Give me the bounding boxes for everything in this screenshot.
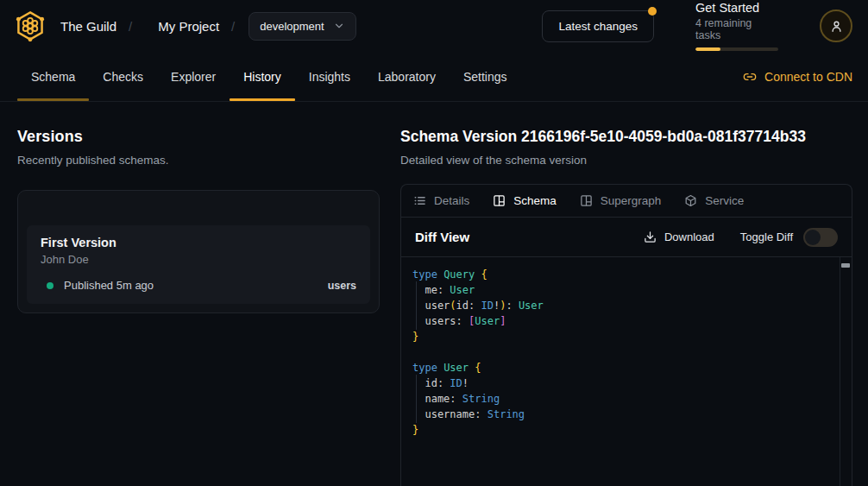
tab-underline: [295, 98, 364, 101]
tab-label: History: [243, 70, 281, 84]
tab-underline: [230, 98, 295, 101]
detail-tab-schema[interactable]: Schema: [493, 194, 557, 207]
scrollbar-thumb[interactable]: [841, 263, 850, 268]
main-nav: Schema Checks Explorer History Insights …: [0, 52, 868, 102]
version-meta-row: Published 5m ago users: [41, 279, 356, 292]
schema-version-subtitle: Detailed view of the schema version: [400, 154, 852, 167]
detail-tabbar: Details Schema Sup: [401, 185, 852, 218]
tab-label: Checks: [103, 70, 143, 84]
tab-history[interactable]: History: [230, 52, 295, 101]
tab-underline: [364, 98, 450, 101]
diff-view-header: Diff View Download Toggle Diff: [401, 218, 852, 257]
download-icon: [644, 230, 657, 243]
cdn-link-label: Connect to CDN: [764, 70, 852, 84]
version-author: John Doe: [41, 253, 356, 266]
notification-dot: [648, 7, 657, 16]
latest-changes-button[interactable]: Latest changes: [542, 10, 654, 42]
tab-explorer[interactable]: Explorer: [157, 52, 230, 101]
download-button[interactable]: Download: [644, 230, 714, 243]
cube-icon: [684, 194, 697, 207]
latest-changes-label: Latest changes: [558, 20, 638, 33]
app-header: The Guild / My Project / development Lat…: [0, 0, 868, 52]
get-started-subtitle: 4 remaining tasks: [695, 17, 778, 41]
schema-panel: Details Schema Sup: [400, 184, 852, 486]
detail-tab-label: Supergraph: [601, 194, 662, 207]
versions-list: First Version John Doe Published 5m ago …: [17, 190, 380, 313]
breadcrumb-project[interactable]: My Project: [158, 19, 219, 34]
schema-version-title: Schema Version 2166196f-5e10-4059-bd0a-0…: [400, 128, 852, 146]
get-started-progress: [695, 47, 778, 51]
get-started-widget[interactable]: Get Started 4 remaining tasks: [695, 1, 778, 51]
versions-title: Versions: [17, 128, 400, 146]
toggle-diff-label: Toggle Diff: [740, 230, 793, 243]
tab-insights[interactable]: Insights: [295, 52, 364, 101]
detail-tab-label: Schema: [513, 194, 557, 207]
connect-to-cdn-link[interactable]: Connect to CDN: [743, 52, 852, 101]
panels-icon: [580, 194, 593, 207]
tab-label: Schema: [31, 70, 75, 84]
panels-icon: [493, 194, 506, 207]
breadcrumb-separator: /: [129, 19, 132, 34]
get-started-title: Get Started: [695, 1, 778, 15]
toggle-diff-switch[interactable]: [803, 228, 838, 247]
tab-checks[interactable]: Checks: [89, 52, 157, 101]
breadcrumb-separator: /: [231, 19, 235, 34]
tab-schema[interactable]: Schema: [17, 52, 89, 101]
versions-sidebar: Versions Recently published schemas. Fir…: [0, 102, 400, 486]
target-selector-value: development: [260, 20, 324, 33]
tab-label: Settings: [463, 70, 507, 84]
tab-label: Explorer: [171, 70, 216, 84]
code-block: type Query { me: User user(id: ID!): Use…: [412, 267, 829, 438]
version-service-badge: users: [328, 280, 356, 292]
breadcrumb-org[interactable]: The Guild: [60, 19, 116, 34]
tab-underline: [450, 98, 521, 101]
tab-laboratory[interactable]: Laboratory: [364, 52, 450, 101]
download-label: Download: [664, 230, 714, 243]
version-name: First Version: [41, 236, 356, 249]
detail-tab-service[interactable]: Service: [684, 194, 744, 207]
version-detail: Schema Version 2166196f-5e10-4059-bd0a-0…: [400, 102, 868, 486]
person-icon: [829, 19, 844, 34]
target-selector[interactable]: development: [248, 12, 355, 41]
detail-tab-label: Details: [434, 194, 469, 207]
tab-label: Laboratory: [378, 70, 436, 84]
tab-underline: [89, 98, 157, 101]
user-avatar[interactable]: [820, 9, 852, 42]
tab-label: Insights: [309, 70, 350, 84]
detail-tab-label: Service: [705, 194, 744, 207]
detail-tab-details[interactable]: Details: [413, 194, 469, 207]
schema-code-viewer[interactable]: type Query { me: User user(id: ID!): Use…: [401, 257, 852, 486]
scrollbar-track: [840, 257, 840, 486]
version-status: Published 5m ago: [64, 279, 154, 292]
versions-subtitle: Recently published schemas.: [17, 154, 400, 167]
published-status-dot: [47, 282, 53, 289]
list-icon: [413, 194, 426, 207]
tab-underline: [157, 98, 230, 101]
chevron-down-icon: [333, 20, 345, 32]
tab-settings[interactable]: Settings: [450, 52, 521, 101]
detail-tab-supergraph[interactable]: Supergraph: [580, 194, 662, 207]
tab-underline: [17, 98, 89, 101]
toggle-knob: [805, 230, 821, 245]
toggle-diff-control: Toggle Diff: [740, 228, 838, 247]
diff-view-title: Diff View: [415, 230, 469, 244]
hive-logo-icon[interactable]: [14, 9, 47, 42]
get-started-progress-fill: [695, 47, 720, 51]
page-content: Versions Recently published schemas. Fir…: [0, 102, 868, 486]
version-list-item[interactable]: First Version John Doe Published 5m ago …: [27, 225, 370, 304]
link-icon: [743, 70, 757, 84]
